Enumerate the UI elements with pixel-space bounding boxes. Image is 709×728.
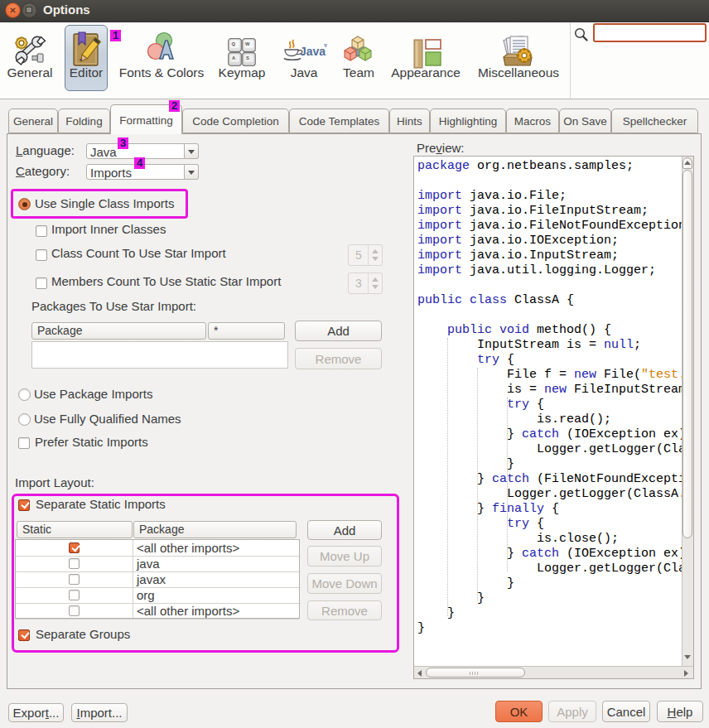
svg-text:W: W: [245, 41, 250, 46]
svg-text:S: S: [246, 55, 249, 60]
svg-text:Java: Java: [300, 45, 326, 58]
svg-text:Q: Q: [232, 41, 236, 46]
